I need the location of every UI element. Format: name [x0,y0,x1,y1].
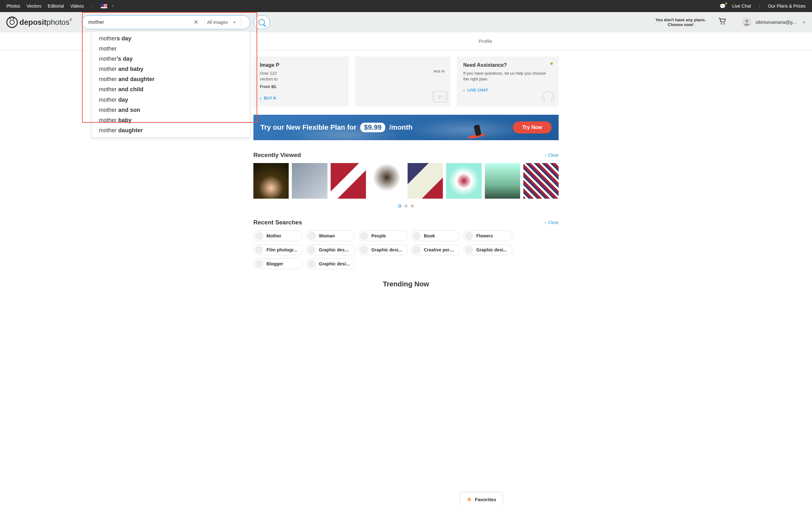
suggestion-item[interactable]: mother and daughter [92,74,250,84]
clear-label: Clear [548,220,559,225]
suggestion-item[interactable]: mother and child [92,84,250,94]
thumb-item[interactable] [523,163,559,199]
type-selector[interactable]: All Images ▼ [207,20,238,25]
no-plans-cta[interactable]: You don't have any plans. Choose now! [655,17,706,27]
us-flag-icon [101,4,107,8]
card-from-price: From $0. [260,84,342,90]
chat-bubble-icon: 💬 [720,3,726,9]
suggestion-item[interactable]: mother and son [92,105,250,115]
svg-rect-7 [432,98,433,100]
chip-label: Graphic desi... [319,261,349,266]
main-content: Image P Over 122vectors to From $0. › BU… [253,57,559,301]
svg-point-2 [745,20,748,22]
search-chip[interactable]: Flowers [463,231,512,241]
suggestion-item[interactable]: mother day [92,95,250,105]
thumb-item[interactable] [485,163,520,199]
image-plans-card: Image P Over 122vectors to From $0. › BU… [253,57,349,106]
chip-label: Blogger [266,261,283,266]
chip-thumb [412,246,421,254]
chevron-right-icon: › [545,220,546,225]
chip-label: People [371,233,386,238]
chevron-right-icon: › [463,88,465,93]
suggestion-item[interactable]: mother and baby [92,64,250,74]
carousel-dot[interactable] [398,204,401,207]
logo-text: depositphotos® [19,18,72,27]
search-chip[interactable]: People [358,231,408,241]
suggestion-item[interactable]: mother baby [92,115,250,125]
chip-label: Woman [319,233,335,238]
carousel-dots [253,204,559,207]
chip-thumb [308,246,316,254]
search-chip[interactable]: Graphic design [306,244,355,255]
search-chip[interactable]: Graphic desi... [358,244,408,255]
plans-prices-link[interactable]: Our Plans & Prices [768,3,806,9]
chip-thumb [255,232,263,240]
film-strip-icon [432,89,448,104]
chip-label: Flowers [476,233,493,238]
carousel-dot[interactable] [404,204,408,207]
search-chip[interactable]: Book [411,231,460,241]
thumb-item[interactable] [446,163,481,199]
user-menu[interactable]: sibirtsevamaria@g... ▼ [742,17,806,27]
card-title: Need Assistance? [463,62,552,68]
topbar-left: Photos Vectors Editorial Videos | ▼ [6,3,114,9]
nav-videos[interactable]: Videos [70,3,84,9]
search-chip[interactable]: Woman [306,231,355,241]
no-plans-line2: Choose now! [655,22,706,27]
thumb-item[interactable] [253,163,289,199]
clear-recently-viewed[interactable]: › Clear [545,153,559,158]
search-input[interactable] [88,19,191,25]
chip-label: Creative person [424,247,455,252]
suggestion-item[interactable]: mother's day [92,54,250,64]
search-chip[interactable]: Mother [253,231,303,241]
search-button[interactable] [253,15,270,29]
search-chip[interactable]: Film photogr... [253,244,303,255]
search-chip[interactable]: Blogger [253,258,303,269]
svg-point-0 [721,23,722,24]
suggestion-item[interactable]: mother [92,44,250,54]
assistance-card: Need Assistance? If you have questions, … [457,57,559,106]
thumb-item[interactable] [369,163,404,199]
subnav-profile[interactable]: Profile [479,38,492,44]
promo-text: Try our New Flexible Plan for $9.99 /mon… [260,123,413,132]
chevron-right-icon: › [260,96,261,101]
clear-search-icon[interactable]: ✕ [190,19,201,26]
avatar-icon [742,17,752,27]
logo[interactable]: depositphotos® [6,16,72,28]
svg-marker-4 [438,94,442,99]
svg-rect-10 [447,98,448,100]
surfer-graphic [466,121,485,140]
svg-point-1 [724,23,725,24]
card-title: Image P [260,62,342,68]
search-chip[interactable]: Graphic desi... [306,258,355,269]
clear-recent-searches[interactable]: › Clear [545,220,559,225]
thumb-item[interactable] [331,163,366,199]
svg-rect-9 [447,95,448,97]
search-chip[interactable]: Graphic desi... [463,244,512,255]
username-label: sibirtsevamaria@g... [755,20,796,25]
thumb-item[interactable] [408,163,443,199]
buy-now-link[interactable]: › BUY N [260,96,342,101]
no-plans-line1: You don't have any plans. [655,17,706,22]
nav-photos[interactable]: Photos [6,3,20,9]
chip-thumb [255,260,263,268]
cart-icon[interactable] [719,18,726,27]
videos-card: eos in [355,57,451,106]
live-chat-link[interactable]: › LIVE CHAT [463,88,552,93]
locale-selector[interactable]: ▼ [101,4,114,8]
try-now-button[interactable]: Try Now [513,121,552,134]
suggestion-item[interactable]: mothers day [92,33,250,44]
topbar-divider: | [92,3,93,9]
live-chat-link[interactable]: Live Chat [732,3,751,9]
search-chip[interactable]: Creative person [411,244,460,255]
chip-label: Graphic design [319,247,350,252]
trending-title: Trending Now [253,280,559,288]
recent-search-chips: Mother Woman People Book Flowers Film ph… [253,231,559,269]
search-box: ✕ All Images ▼ [82,15,250,29]
nav-vectors[interactable]: Vectors [27,3,42,9]
carousel-dot[interactable] [411,204,414,207]
section-title: Recent Searches [253,219,302,226]
nav-editorial[interactable]: Editorial [48,3,64,9]
suggestion-item[interactable]: mother daughter [92,125,250,136]
thumb-item[interactable] [292,163,327,199]
